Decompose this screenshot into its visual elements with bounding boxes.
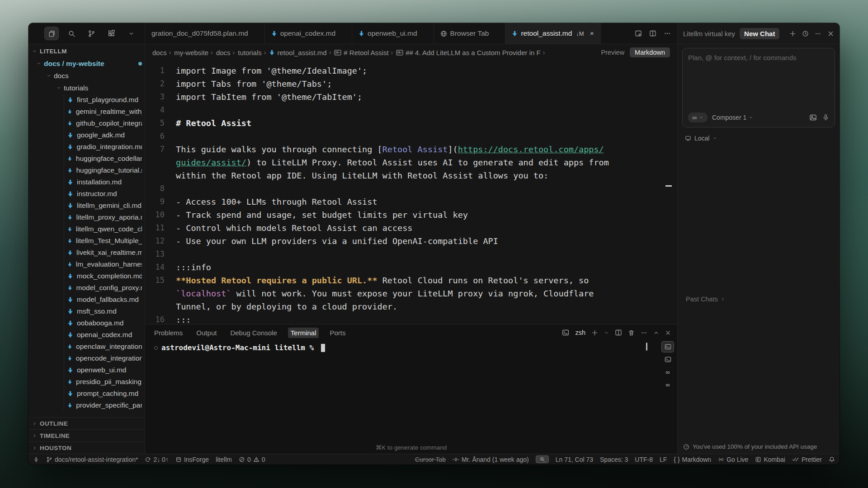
search-icon[interactable] <box>65 27 78 40</box>
close-chat-icon[interactable] <box>827 30 834 37</box>
chevron-down-icon[interactable] <box>124 27 138 40</box>
terminal-session-icon[interactable] <box>662 342 674 352</box>
markdown-mode-button[interactable]: Markdown <box>630 47 670 57</box>
agent-mode-selector[interactable]: ∞ <box>688 113 708 122</box>
panel-tab[interactable]: Problems <box>151 328 185 338</box>
zoom-indicator[interactable] <box>536 455 549 463</box>
file-item[interactable]: litellm_Test_Multiple_Pr... <box>28 235 145 247</box>
file-item[interactable]: openweb_ui.md <box>28 364 145 376</box>
sidebar-section[interactable]: OUTLINE <box>28 417 145 429</box>
insforge-extension[interactable]: InsForge <box>175 456 209 463</box>
breadcrumb-item[interactable]: tutorials › <box>238 49 266 56</box>
trash-icon[interactable] <box>628 329 635 336</box>
chat-tab-new-chat[interactable]: New Chat <box>740 28 779 39</box>
breadcrumb-item[interactable]: my-website › <box>174 49 213 56</box>
breadcrumb-item[interactable]: retool_assist.md › <box>269 49 331 56</box>
file-item[interactable]: litellm_qwen_code_cli.md <box>28 223 145 235</box>
editor-tab[interactable]: openai_codex.md <box>265 23 352 44</box>
breadcrumb-item[interactable]: # Retool Assist › <box>334 49 393 56</box>
file-item[interactable]: opencode_integration.md <box>28 352 145 364</box>
file-item[interactable]: huggingface_tutorial.md <box>28 164 145 176</box>
infinity-icon[interactable]: ∞ <box>662 367 674 377</box>
language-mode[interactable]: { } Markdown <box>674 456 711 463</box>
sidebar-item-tutorials[interactable]: tutorials <box>28 82 145 94</box>
terminal-content[interactable]: astrodevil@Astro-Mac-mini litellm % ∞ ∞ <box>145 341 677 443</box>
file-item[interactable]: oobabooga.md <box>28 317 145 329</box>
file-item[interactable]: livekit_xai_realtime.md <box>28 247 145 258</box>
file-item[interactable]: openclaw_integration.md <box>28 341 145 352</box>
split-terminal-icon[interactable] <box>615 329 622 336</box>
go-live-button[interactable]: Go Live <box>718 456 748 463</box>
panel-more-icon[interactable] <box>641 329 647 336</box>
sidebar-section[interactable]: HOUSTON <box>28 441 145 454</box>
git-sync-indicator[interactable]: 2↓ 0↑ <box>145 456 168 463</box>
file-item[interactable]: provider_specific_para... <box>28 399 145 411</box>
breadcrumb-item[interactable]: ## 4. Add LiteLLM as a Custom Provider i… <box>396 49 545 56</box>
maximize-panel-icon[interactable] <box>653 330 659 336</box>
terminal-dropdown-icon[interactable] <box>604 330 609 335</box>
history-clock-icon[interactable] <box>802 30 809 37</box>
chat-more-icon[interactable] <box>815 30 821 37</box>
breadcrumb-item[interactable]: docs › <box>216 49 235 56</box>
infinity-icon[interactable]: ∞ <box>662 380 674 390</box>
preview-button[interactable]: Preview <box>601 49 625 56</box>
panel-tab[interactable]: Ports <box>327 328 348 338</box>
file-item[interactable]: openai_codex.md <box>28 329 145 341</box>
explorer-icon[interactable] <box>45 27 58 40</box>
terminal-session-icon[interactable] <box>662 354 674 365</box>
file-item[interactable]: model_fallbacks.md <box>28 294 145 305</box>
file-item[interactable]: litellm_proxy_aporia.md <box>28 211 145 223</box>
file-item[interactable]: model_config_proxy.md <box>28 282 145 294</box>
editor-tab[interactable]: openweb_ui.md <box>352 23 434 44</box>
problems-indicator[interactable]: 0 0 <box>239 456 265 463</box>
microphone-icon[interactable] <box>822 114 829 121</box>
file-item[interactable]: msft_sso.md <box>28 305 145 317</box>
git-branch-indicator[interactable]: docs/retool-assist-integration* <box>46 456 138 463</box>
kombai-extension[interactable]: Kombai <box>755 456 785 463</box>
file-item[interactable]: first_playground.md <box>28 94 145 106</box>
sidebar-item-docs[interactable]: docs <box>28 70 145 82</box>
workspace-header[interactable]: LITELLM <box>28 44 145 57</box>
source-control-icon[interactable] <box>85 27 98 40</box>
extensions-icon[interactable] <box>104 27 118 40</box>
file-item[interactable]: gradio_integration.md <box>28 141 145 153</box>
file-item[interactable]: lm_evaluation_harness.... <box>28 258 145 270</box>
mode-selector-local[interactable]: Local <box>685 135 835 142</box>
file-item[interactable]: presidio_pii_masking.md <box>28 376 145 388</box>
file-item[interactable]: installation.md <box>28 176 145 188</box>
encoding-setting[interactable]: UTF-8 <box>635 456 653 463</box>
close-tab-icon[interactable]: × <box>590 29 594 38</box>
editor-tab[interactable]: retool_assist.md ↓M × <box>505 23 600 44</box>
file-item[interactable]: mock_completion.md <box>28 270 145 282</box>
panel-tab[interactable]: Debug Console <box>227 328 279 338</box>
layout-columns-icon[interactable] <box>649 30 656 37</box>
file-item[interactable]: huggingface_codellama... <box>28 153 145 164</box>
past-chats-link[interactable]: Past Chats <box>686 296 725 303</box>
notifications-bell[interactable] <box>829 456 835 463</box>
terminal-scrollbar[interactable] <box>646 343 647 351</box>
file-item[interactable]: prompt_caching.md <box>28 388 145 399</box>
indentation-setting[interactable]: Spaces: 3 <box>600 456 628 463</box>
editor-tab[interactable]: Browser Tab <box>434 23 506 44</box>
new-terminal-icon[interactable] <box>591 329 598 336</box>
file-item[interactable]: google_adk.md <box>28 129 145 141</box>
editor-pane[interactable]: 1 import Image from '@theme/IdealImage';… <box>145 61 677 324</box>
project-name[interactable]: litellm <box>216 456 232 463</box>
editor-tab[interactable]: gration_doc_d075fd58.plan.md <box>145 23 265 44</box>
file-item[interactable]: instructor.md <box>28 188 145 200</box>
chat-tab-litellm-virtual-key[interactable]: Litellm virtual key <box>683 30 735 38</box>
cursor-tab-indicator[interactable]: Cursor Tab <box>415 456 446 463</box>
breadcrumb-item[interactable]: docs › <box>152 49 171 56</box>
composer-selector[interactable]: Composer 1 <box>712 114 753 121</box>
file-item[interactable]: github_copilot_integrati... <box>28 117 145 129</box>
sidebar-section[interactable]: TIMELINE <box>28 429 145 441</box>
panel-tab[interactable]: Output <box>193 328 219 338</box>
cursor-position[interactable]: Ln 71, Col 73 <box>556 456 593 463</box>
split-editor-icon[interactable] <box>635 30 642 37</box>
panel-tab[interactable]: Terminal <box>288 328 319 338</box>
chat-input-box[interactable]: Plan, @ for context, / for commands ∞ Co… <box>682 48 835 127</box>
git-blame-indicator[interactable]: Mr. Ånand (1 week ago) <box>453 456 529 463</box>
eol-setting[interactable]: LF <box>660 456 667 463</box>
file-item[interactable]: litellm_gemini_cli.md <box>28 200 145 211</box>
prettier-extension[interactable]: Prettier <box>792 456 822 463</box>
